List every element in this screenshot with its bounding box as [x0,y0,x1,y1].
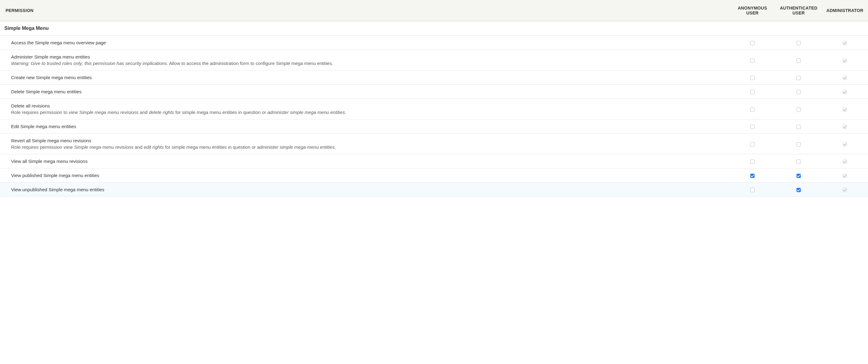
permission-role-cell [729,168,776,183]
permission-checkbox[interactable] [750,90,754,94]
permission-description: Role requires permission to view Simple … [11,110,726,115]
permission-description-italic: view Simple mega menu revisions [63,144,133,150]
permission-checkbox [843,125,847,129]
permission-role-cell [776,85,822,99]
permission-checkbox[interactable] [750,59,754,63]
permission-role-cell [822,154,868,168]
permission-checkbox [843,59,847,63]
permission-role-cell [776,70,822,85]
permission-cell: Delete Simple mega menu entities [0,85,729,99]
permission-title: Revert all Simple mega menu revisions [11,138,726,143]
permission-role-cell [729,36,776,50]
permission-description-italic: delete rights [149,110,174,115]
permission-description-text: Role requires permission [11,144,63,150]
permission-title: Delete all revisions [11,103,726,108]
permission-description-italic: administer simple mega menu entities [267,110,345,115]
permission-checkbox[interactable] [797,174,801,178]
permission-role-cell [729,70,776,85]
permission-title: Administer Simple mega menu entities [11,54,726,60]
permission-checkbox[interactable] [750,160,754,164]
permission-row: Delete Simple mega menu entities [0,85,868,99]
permission-checkbox [843,90,847,94]
module-row: Simple Mega Menu [0,21,868,36]
permission-checkbox[interactable] [797,188,801,192]
permission-role-cell [729,99,776,120]
permission-title: Access the Simple mega menu overview pag… [11,40,726,45]
permission-role-cell [776,154,822,168]
permission-description-text: Allow to access the administration form … [168,61,333,66]
permission-role-cell [822,85,868,99]
permission-description-italic: edit rights [144,144,164,150]
permission-role-cell [822,50,868,70]
permission-checkbox[interactable] [797,59,801,63]
permission-checkbox[interactable] [750,142,754,146]
permission-description-text: . [335,144,336,150]
permission-checkbox [843,76,847,80]
permission-title: View published Simple mega menu entities [11,173,726,178]
permissions-table-head: Permission Anonymous user Authenticated … [0,0,868,21]
permission-cell: Edit Simple mega menu entities [0,120,729,134]
permission-description-italic: administer simple mega menu entities [257,144,335,150]
permission-checkbox[interactable] [797,107,801,112]
permission-checkbox[interactable] [750,107,754,112]
permission-description-text: and [139,110,149,115]
permission-checkbox[interactable] [750,76,754,80]
permission-description-italic: Warning: Give to trusted roles only; thi… [11,61,168,66]
permission-checkbox[interactable] [750,125,754,129]
permission-row: View all Simple mega menu revisions [0,154,868,168]
permission-checkbox [843,160,847,164]
permission-role-cell [776,183,822,197]
permission-checkbox [843,142,847,146]
permission-role-cell [729,183,776,197]
permission-description: Role requires permission view Simple meg… [11,144,726,150]
permission-title: Create new Simple mega menu entities [11,75,726,80]
permission-row: View published Simple mega menu entities [0,168,868,183]
permission-checkbox[interactable] [797,41,801,45]
permission-checkbox [843,107,847,112]
module-label: Simple Mega Menu [0,21,868,36]
permission-row: Access the Simple mega menu overview pag… [0,36,868,50]
permission-checkbox[interactable] [750,41,754,45]
permission-cell: Create new Simple mega menu entities [0,70,729,85]
permission-role-cell [822,70,868,85]
permission-role-cell [729,50,776,70]
permission-description-text: . [345,110,346,115]
permission-checkbox[interactable] [797,125,801,129]
permission-cell: Revert all Simple mega menu revisionsRol… [0,134,729,154]
permission-checkbox[interactable] [797,160,801,164]
permission-cell: View unpublished Simple mega menu entiti… [0,183,729,197]
permission-title: Edit Simple mega menu entities [11,124,726,129]
permission-title: Delete Simple mega menu entities [11,89,726,94]
permission-cell: View all Simple mega menu revisions [0,154,729,168]
permission-role-cell [776,99,822,120]
permission-role-cell [729,154,776,168]
permission-row: Edit Simple mega menu entities [0,120,868,134]
permission-title: View unpublished Simple mega menu entiti… [11,187,726,192]
col-header-permission: Permission [0,0,729,21]
permission-role-cell [776,50,822,70]
permission-row: View unpublished Simple mega menu entiti… [0,183,868,197]
permission-checkbox[interactable] [750,188,754,192]
permission-checkbox[interactable] [797,142,801,146]
permission-description: Warning: Give to trusted roles only; thi… [11,61,726,66]
permission-checkbox[interactable] [797,76,801,80]
permission-row: Revert all Simple mega menu revisionsRol… [0,134,868,154]
permission-role-cell [822,120,868,134]
permissions-table: Permission Anonymous user Authenticated … [0,0,868,197]
permission-description-text: Role requires permission to [11,110,69,115]
permission-description-text: for simple mega menu entities in questio… [164,144,257,150]
permission-description-italic: view Simple mega menu revisions [69,110,139,115]
permission-role-cell [729,134,776,154]
permission-checkbox [843,188,847,192]
permission-description-text: for simple mega menu entities in questio… [174,110,268,115]
permission-role-cell [822,183,868,197]
permission-role-cell [822,36,868,50]
permission-role-cell [776,120,822,134]
col-header-administrator: Administrator [822,0,868,21]
permission-row: Delete all revisionsRole requires permis… [0,99,868,120]
permission-description-text: and [133,144,144,150]
permission-checkbox[interactable] [750,174,754,178]
permission-checkbox[interactable] [797,90,801,94]
permission-cell: Access the Simple mega menu overview pag… [0,36,729,50]
permission-checkbox [843,41,847,45]
